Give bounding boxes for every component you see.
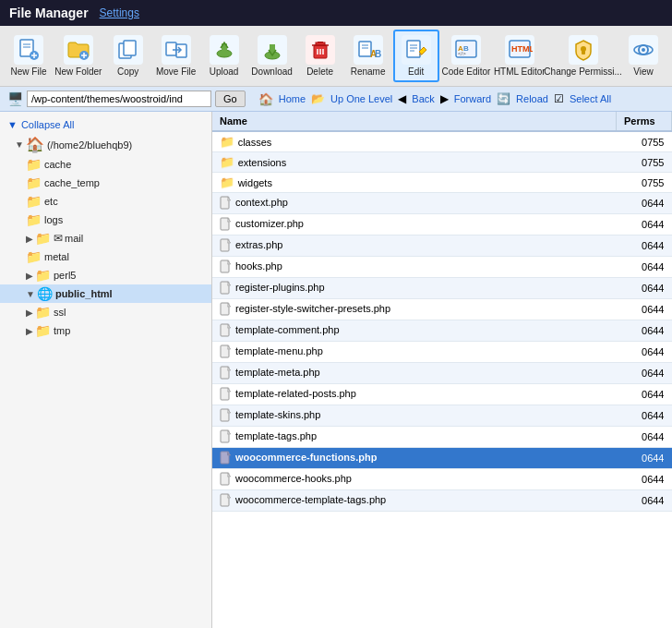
- code-editor-button[interactable]: AB</> Code Editor: [441, 30, 492, 81]
- path-icon: 🖥️: [7, 91, 23, 106]
- move-file-label: Move File: [156, 66, 196, 77]
- tree-item-cache-temp[interactable]: 📁 cache_temp: [0, 174, 211, 192]
- new-folder-button[interactable]: New Folder: [54, 30, 103, 81]
- svg-text:B: B: [375, 49, 381, 59]
- folder-icon: 📁: [220, 175, 238, 189]
- tree-item-root[interactable]: ▼ 🏠 (/home2/bluehqb9): [0, 134, 211, 155]
- home-link[interactable]: Home: [279, 93, 306, 104]
- path-section: 🖥️ Go: [7, 91, 246, 107]
- reload-link[interactable]: Reload: [516, 93, 548, 104]
- file-name-cell: template-comment.php: [212, 320, 617, 342]
- file-name-cell: template-meta.php: [212, 363, 617, 384]
- copy-button[interactable]: Copy: [105, 30, 151, 81]
- table-row[interactable]: woocommerce-functions.php0644: [212, 448, 672, 469]
- back-link[interactable]: Back: [412, 93, 434, 104]
- tree-item-perl5[interactable]: ▶ 📁 perl5: [0, 266, 211, 284]
- table-row[interactable]: extras.php0644: [212, 236, 672, 257]
- folder-icon: 📁: [35, 305, 51, 320]
- table-row[interactable]: woocommerce-template-tags.php0644: [212, 490, 672, 512]
- table-row[interactable]: template-related-posts.php0644: [212, 384, 672, 405]
- file-icon: [220, 303, 235, 314]
- forward-icon: ▶: [440, 92, 449, 105]
- file-icon: [220, 324, 235, 335]
- move-file-button[interactable]: Move File: [153, 30, 199, 81]
- folder-icon: 📁: [26, 175, 42, 190]
- table-row[interactable]: 📁 widgets0755: [212, 173, 672, 193]
- table-row[interactable]: customizer.php0644: [212, 214, 672, 236]
- delete-button[interactable]: Delete: [297, 30, 343, 81]
- expand-icon: ▶: [26, 308, 33, 318]
- tree-item-ssl[interactable]: ▶ 📁 ssl: [0, 303, 211, 321]
- folder-icon: 📁: [26, 157, 42, 172]
- perms-icon: [569, 35, 598, 65]
- change-perms-button[interactable]: Change Permissi...: [547, 30, 618, 81]
- table-row[interactable]: template-menu.php0644: [212, 342, 672, 363]
- select-all-link[interactable]: Select All: [570, 93, 611, 104]
- perms-cell: 0644: [617, 384, 672, 405]
- download-icon: [258, 35, 287, 65]
- tree-item-etc[interactable]: 📁 etc: [0, 192, 211, 211]
- table-row[interactable]: template-meta.php0644: [212, 363, 672, 384]
- tree-item-cache[interactable]: 📁 cache: [0, 155, 211, 174]
- file-name-cell: register-plugins.php: [212, 278, 617, 299]
- table-row[interactable]: template-tags.php0644: [212, 427, 672, 448]
- upload-button[interactable]: Upload: [201, 30, 247, 81]
- svg-text:</>: </>: [458, 51, 466, 56]
- folder-icon: 📁: [35, 323, 51, 338]
- file-icon: [220, 345, 235, 356]
- tree-item-logs[interactable]: 📁 logs: [0, 211, 211, 229]
- perms-cell: 0644: [617, 236, 672, 257]
- rename-button[interactable]: AB Rename: [345, 30, 391, 81]
- tree-item-tmp[interactable]: ▶ 📁 tmp: [0, 321, 211, 340]
- file-icon: [220, 282, 235, 293]
- up-one-level-link[interactable]: Up One Level: [330, 93, 392, 104]
- download-button[interactable]: Download: [249, 30, 295, 81]
- table-row[interactable]: register-style-switcher-presets.php0644: [212, 299, 672, 320]
- folder-icon: 📁: [220, 155, 238, 169]
- table-row[interactable]: template-skins.php0644: [212, 405, 672, 427]
- table-row[interactable]: woocommerce-hooks.php0644: [212, 469, 672, 490]
- table-row[interactable]: 📁 classes0755: [212, 131, 672, 152]
- code-editor-icon: AB</>: [451, 35, 481, 65]
- path-input[interactable]: [27, 91, 211, 107]
- file-name-cell: extras.php: [212, 236, 617, 257]
- new-file-button[interactable]: New File: [6, 30, 52, 81]
- collapse-icon: ▼: [7, 119, 18, 130]
- perms-cell: 0644: [617, 257, 672, 278]
- tree-item-mail[interactable]: ▶ 📁 ✉ mail: [0, 229, 211, 248]
- forward-link[interactable]: Forward: [454, 93, 491, 104]
- table-row[interactable]: template-comment.php0644: [212, 320, 672, 342]
- svg-point-44: [642, 48, 645, 52]
- file-name-cell: customizer.php: [212, 214, 617, 236]
- table-row[interactable]: register-plugins.php0644: [212, 278, 672, 299]
- change-perms-label: Change Permissi...: [544, 66, 621, 77]
- settings-link[interactable]: Settings: [100, 6, 139, 19]
- header: File Manager Settings: [0, 0, 672, 26]
- go-button[interactable]: Go: [215, 91, 246, 107]
- tree-item-public-html[interactable]: ▼ 🌐 public_html: [0, 284, 211, 303]
- edit-button[interactable]: Edit: [393, 30, 439, 82]
- perms-cell: 0644: [617, 320, 672, 342]
- file-name-cell: hooks.php: [212, 257, 617, 278]
- file-icon: [220, 260, 235, 272]
- expand-icon: ▶: [26, 271, 33, 281]
- file-icon: [220, 452, 235, 463]
- file-name-cell: template-menu.php: [212, 342, 617, 363]
- expand-icon: ▼: [26, 289, 35, 299]
- folder-icon: 📁: [26, 249, 42, 264]
- svg-rect-30: [407, 41, 420, 57]
- folder-icon: 📁: [35, 268, 51, 283]
- tree-item-metal[interactable]: 📁 metal: [0, 248, 211, 266]
- table-row[interactable]: context.php0644: [212, 193, 672, 214]
- view-button[interactable]: View: [620, 30, 666, 81]
- html-editor-button[interactable]: HTML HTML Editor: [493, 30, 546, 81]
- sidebar: ▼ Collapse All ▼ 🏠 (/home2/bluehqb9) 📁 c…: [0, 112, 212, 628]
- folder-icon: 📁: [220, 135, 238, 149]
- move-icon: [162, 35, 191, 65]
- table-row[interactable]: 📁 extensions0755: [212, 152, 672, 173]
- app-title: File Manager: [9, 6, 89, 20]
- collapse-all-button[interactable]: ▼ Collapse All: [0, 115, 211, 134]
- name-column-header: Name: [212, 112, 617, 131]
- file-name-cell: context.php: [212, 193, 617, 214]
- table-row[interactable]: hooks.php0644: [212, 257, 672, 278]
